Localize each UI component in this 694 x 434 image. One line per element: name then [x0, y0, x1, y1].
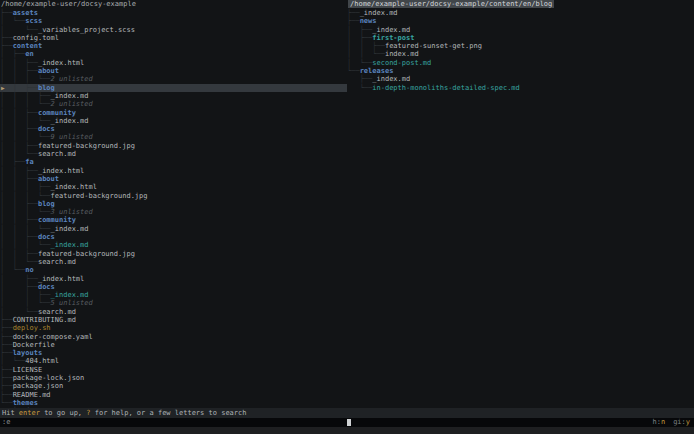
hint-prefix: Hit: [2, 409, 19, 417]
hint-mid: to go up,: [40, 409, 86, 417]
tree-row[interactable]: ├──Dockerfile: [0, 341, 347, 349]
tree-branch-lines: │ │ ├──: [347, 42, 385, 50]
right-panel: /home/example-user/docsy-example/content…: [347, 0, 694, 408]
tree-row[interactable]: │ │ └──search.md: [0, 150, 347, 158]
tree-branch-lines: │ │ └──: [347, 50, 385, 58]
tree-row[interactable]: ├──CONTRIBUTING.md: [0, 316, 347, 324]
file-name: docs: [38, 125, 55, 133]
tree-branch-lines: ├──: [347, 17, 360, 25]
file-name: _index.md: [51, 117, 89, 125]
file-name: community: [38, 216, 76, 224]
tree-branch-lines: │ │ ├──: [0, 200, 38, 208]
left-file-tree: ├──assets│ └──scss│ └──_variables_projec…: [0, 9, 347, 408]
tree-branch-lines: ├──: [0, 316, 13, 324]
tree-row[interactable]: ├──package.json: [0, 382, 347, 390]
tree-row-selected[interactable]: ▶│ │ ├──blog: [0, 84, 347, 92]
file-name: news: [360, 17, 377, 25]
tree-branch-lines: ├──: [0, 341, 13, 349]
file-name: content: [13, 42, 43, 50]
file-name: Dockerfile: [13, 341, 55, 349]
tree-row[interactable]: │ │ ├──community: [0, 216, 347, 224]
file-name: blog: [38, 200, 55, 208]
file-name: _index.html: [38, 59, 84, 67]
tree-row[interactable]: ├──_index.md: [347, 75, 694, 83]
tree-row[interactable]: │ │ ├──_index.html: [0, 59, 347, 67]
tree-branch-lines: └──: [347, 67, 360, 75]
tree-row[interactable]: │ ├──first-post: [347, 34, 694, 42]
tree-branch-lines: │ │ │ └──: [0, 75, 51, 83]
tree-row[interactable]: │ │ │ └──2 unlisted: [0, 75, 347, 83]
tree-row[interactable]: ├──_index.md: [347, 9, 694, 17]
file-name: in-depth-monoliths-detailed-spec.md: [372, 84, 520, 92]
tree-row[interactable]: │ │ ├──blog: [0, 200, 347, 208]
file-name: _index.md: [51, 225, 89, 233]
tree-branch-lines: │ │ ├──: [0, 291, 51, 299]
tree-branch-lines: │ │ ├──: [0, 67, 38, 75]
tree-row[interactable]: │ └──no: [0, 266, 347, 274]
tree-row[interactable]: │ ├──_index.html: [0, 275, 347, 283]
tree-row[interactable]: │ └──scss: [0, 17, 347, 25]
file-name: releases: [360, 67, 394, 75]
tree-row[interactable]: ├──deploy.sh: [0, 324, 347, 332]
tree-row[interactable]: ├──news: [347, 17, 694, 25]
tree-branch-lines: │ │ ├──: [0, 233, 38, 241]
tree-branch-lines: ├──: [0, 391, 13, 399]
gitignore-flag-label: gi:: [673, 418, 686, 426]
broot-window: /home/example-user/docsy-example ├──asse…: [0, 0, 694, 434]
tree-row[interactable]: ├──README.md: [0, 391, 347, 399]
tree-row[interactable]: │ │ ├──about: [0, 175, 347, 183]
tree-branch-lines: │ └──: [0, 308, 38, 316]
file-name: layouts: [13, 349, 43, 357]
tree-branch-lines: │ │ │ └──: [0, 241, 51, 249]
file-name: assets: [13, 9, 38, 17]
tree-row[interactable]: │ │ └──5 unlisted: [0, 299, 347, 307]
tree-row[interactable]: │ │ ├──_index.html: [0, 167, 347, 175]
tree-branch-lines: ├──: [0, 382, 13, 390]
tree-row[interactable]: ├──content: [0, 42, 347, 50]
tree-row[interactable]: ├──docker-compose.yaml: [0, 333, 347, 341]
tree-row[interactable]: │ ├──_index.md: [347, 26, 694, 34]
tree-row[interactable]: │ │ │ ├──_index.html: [0, 183, 347, 191]
tree-branch-lines: ├──: [0, 349, 13, 357]
tree-row[interactable]: ├──config.toml: [0, 34, 347, 42]
tree-row[interactable]: │ └──search.md: [0, 308, 347, 316]
tree-row[interactable]: │ │ │ └──_index.md: [0, 117, 347, 125]
tree-branch-lines: │ ├──: [347, 34, 372, 42]
file-name: _index.html: [38, 167, 84, 175]
file-name: search.md: [38, 150, 76, 158]
tree-row[interactable]: │ │ └──search.md: [0, 258, 347, 266]
tree-row[interactable]: └──in-depth-monoliths-detailed-spec.md: [347, 84, 694, 92]
tree-row[interactable]: │ │ │ └──featured-background.jpg: [0, 192, 347, 200]
tree-branch-lines: └──: [0, 399, 13, 407]
file-name: blog: [38, 84, 55, 92]
unlisted-count: 2 unlisted: [51, 100, 93, 108]
tree-branch-lines: ├──: [0, 9, 13, 17]
tree-row[interactable]: └──themes: [0, 399, 347, 407]
tree-row[interactable]: │ ├──docs: [0, 283, 347, 291]
tree-row[interactable]: │ │ │ └──2 unlisted: [0, 100, 347, 108]
tree-branch-lines: │ ├──: [0, 50, 25, 58]
tree-row[interactable]: │ │ │ └──9 unlisted: [0, 133, 347, 141]
tree-row[interactable]: │ └──404.html: [0, 357, 347, 365]
file-name: package.json: [13, 382, 64, 390]
right-panel-input[interactable]: h:ngi:y: [347, 418, 694, 427]
tree-branch-lines: │ │ │ ├──: [0, 183, 51, 191]
tree-row[interactable]: │ ├──en: [0, 50, 347, 58]
hidden-flag-label: h:: [652, 418, 660, 426]
tree-row[interactable]: │ └──second-post.md: [347, 59, 694, 67]
tree-row[interactable]: ├──LICENSE: [0, 366, 347, 374]
tree-row[interactable]: │ │ └──index.md: [347, 50, 694, 58]
tree-row[interactable]: │ └──_variables_project.scss: [0, 26, 347, 34]
tree-branch-lines: │ │ ├──: [0, 167, 38, 175]
tree-row[interactable]: │ │ │ └──_index.md: [0, 241, 347, 249]
tree-branch-lines: ├──: [0, 333, 13, 341]
right-file-tree: ├──_index.md├──news│ ├──_index.md│ ├──fi…: [347, 9, 694, 92]
tree-row[interactable]: ├──assets: [0, 9, 347, 17]
tree-row[interactable]: │ │ ├──featured-background.jpg: [0, 142, 347, 150]
unlisted-count: 3 unlisted: [51, 208, 93, 216]
tree-row[interactable]: │ ├──fa: [0, 158, 347, 166]
tree-row[interactable]: │ │ ├──featured-background.jpg: [0, 250, 347, 258]
tree-row[interactable]: │ │ ├──community: [0, 109, 347, 117]
left-panel-input[interactable]: :e: [0, 418, 347, 427]
tree-row[interactable]: │ │ │ └──_index.md: [0, 225, 347, 233]
